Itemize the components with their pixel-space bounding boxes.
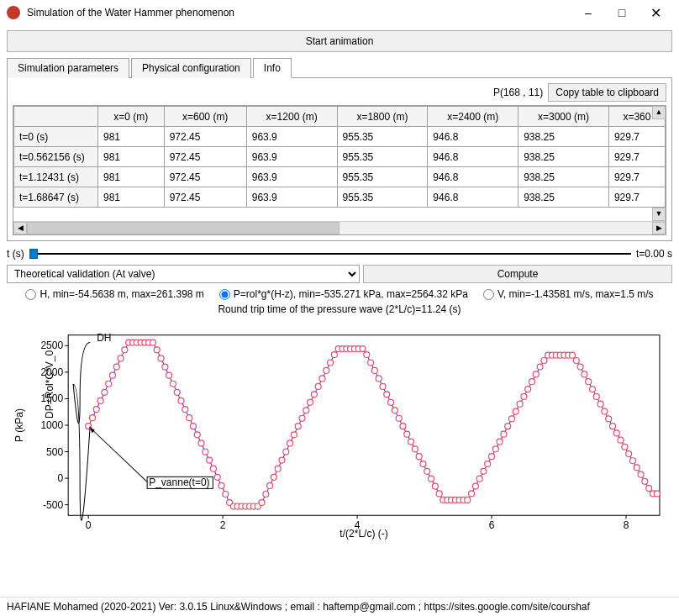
svg-point-162: [629, 458, 635, 464]
svg-point-79: [295, 424, 301, 429]
svg-text:8: 8: [624, 519, 629, 531]
svg-point-125: [481, 468, 487, 474]
svg-text:P_vanne(t=0): P_vanne(t=0): [149, 476, 209, 488]
svg-point-86: [324, 367, 329, 373]
svg-point-82: [308, 399, 313, 405]
time-label: t (s): [7, 248, 24, 260]
table-row: t=0 (s)981972.45963.9955.35946.8938.2592…: [14, 127, 666, 147]
svg-point-30: [97, 398, 103, 403]
svg-point-97: [368, 360, 374, 366]
tab-info[interactable]: Info: [253, 58, 292, 78]
plot-area: -5000500100015002000250002468t/(2*L/c) (…: [7, 320, 672, 597]
minimize-button[interactable]: –: [571, 0, 605, 25]
table-row: t=1.12431 (s)981972.45963.9955.35946.893…: [14, 167, 666, 187]
svg-point-154: [597, 401, 603, 407]
svg-point-138: [533, 371, 539, 377]
svg-point-54: [194, 432, 200, 438]
svg-point-157: [609, 424, 615, 429]
data-table-wrap: x=0 (m)x=600 (m)x=1200 (m)x=1800 (m)x=24…: [13, 105, 666, 235]
svg-point-161: [626, 451, 632, 457]
radio-p[interactable]: P=rol*g*(H-z), min=-535.271 kPa, max=256…: [219, 288, 468, 300]
svg-text:DH: DH: [97, 332, 111, 344]
maximize-button[interactable]: □: [605, 0, 639, 25]
svg-point-151: [586, 379, 592, 385]
svg-point-110: [420, 461, 426, 467]
svg-point-106: [404, 431, 410, 437]
svg-point-96: [364, 352, 370, 358]
close-button[interactable]: ✕: [639, 0, 672, 25]
tab-physical-configuration[interactable]: Physical configuration: [131, 58, 251, 78]
table-col-header: x=0 (m): [98, 107, 165, 127]
table-col-header: x=1800 (m): [337, 107, 428, 127]
round-trip-info: Round trip time of the pressure wave (2*…: [7, 303, 672, 315]
hscroll-right[interactable]: ▶: [652, 222, 666, 234]
start-animation-button[interactable]: Start animation: [7, 30, 672, 52]
vscroll-up[interactable]: ▲: [652, 106, 666, 119]
svg-text:500: 500: [46, 446, 63, 458]
vscroll-down[interactable]: ▼: [652, 208, 666, 221]
radio-v[interactable]: V, min=-1.43581 m/s, max=1.5 m/s: [483, 288, 654, 300]
compute-button[interactable]: Compute: [363, 265, 672, 283]
svg-point-31: [102, 389, 108, 395]
svg-point-43: [150, 340, 155, 345]
svg-point-50: [178, 398, 184, 403]
svg-point-72: [267, 482, 273, 488]
radio-h[interactable]: H, min=-54.5638 m, max=261.398 m: [25, 288, 203, 300]
svg-point-163: [634, 465, 640, 471]
svg-point-75: [279, 457, 285, 463]
time-slider[interactable]: [29, 253, 631, 255]
svg-point-60: [218, 482, 224, 488]
info-panel: P(168 , 11) Copy table to clipboard x=0 …: [7, 78, 672, 241]
svg-point-73: [271, 474, 276, 480]
pressure-plot: -5000500100015002000250002468t/(2*L/c) (…: [11, 324, 668, 543]
svg-point-123: [472, 483, 478, 489]
svg-point-124: [476, 476, 482, 482]
svg-point-121: [465, 497, 471, 503]
table-col-header: x=1200 (m): [246, 107, 337, 127]
validation-select[interactable]: Theoretical validation (At valve): [7, 265, 360, 283]
svg-point-104: [396, 415, 402, 421]
svg-text:1000: 1000: [40, 419, 63, 431]
table-row: t=1.68647 (s)981972.45963.9955.35946.893…: [14, 187, 666, 208]
svg-point-36: [122, 347, 128, 353]
table-row: t=0.562156 (s)981972.45963.9955.35946.89…: [14, 147, 666, 167]
svg-point-45: [158, 355, 164, 361]
svg-text:t/(2*L/c) (-): t/(2*L/c) (-): [340, 528, 387, 540]
svg-point-33: [109, 372, 115, 378]
svg-point-168: [654, 491, 660, 497]
svg-text:0: 0: [57, 472, 63, 484]
svg-point-74: [275, 466, 281, 471]
svg-point-155: [602, 408, 608, 414]
svg-text:2: 2: [220, 519, 226, 531]
window-title: Simulation of the Water Hammer phenomeno…: [27, 7, 571, 18]
title-bar: Simulation of the Water Hammer phenomeno…: [0, 0, 679, 25]
copy-table-button[interactable]: Copy table to clipboard: [548, 83, 666, 102]
svg-point-126: [485, 461, 491, 467]
svg-point-122: [469, 491, 475, 497]
svg-marker-172: [90, 427, 95, 433]
svg-point-32: [106, 381, 112, 387]
svg-point-59: [214, 474, 220, 480]
hscroll-thumb[interactable]: [27, 222, 340, 234]
svg-point-148: [573, 357, 579, 363]
svg-point-111: [424, 468, 430, 474]
svg-point-156: [606, 416, 612, 422]
svg-point-137: [529, 379, 535, 385]
data-table: x=0 (m)x=600 (m)x=1200 (m)x=1800 (m)x=24…: [13, 106, 666, 208]
hscroll-left[interactable]: ◀: [13, 222, 27, 234]
svg-point-128: [492, 446, 498, 452]
svg-point-147: [569, 352, 575, 358]
svg-point-131: [505, 424, 511, 429]
svg-point-35: [118, 355, 124, 361]
tab-simulation-parameters[interactable]: Simulation parameters: [7, 58, 129, 78]
svg-point-84: [315, 383, 321, 389]
table-col-header: x=3000 (m): [518, 107, 609, 127]
svg-point-159: [618, 437, 624, 443]
svg-point-127: [489, 454, 495, 460]
hscrollbar[interactable]: ◀ ▶: [13, 221, 666, 234]
svg-point-153: [593, 393, 599, 399]
svg-point-114: [436, 491, 442, 497]
svg-point-107: [408, 439, 414, 445]
time-slider-thumb[interactable]: [29, 249, 38, 259]
svg-point-81: [303, 408, 309, 413]
